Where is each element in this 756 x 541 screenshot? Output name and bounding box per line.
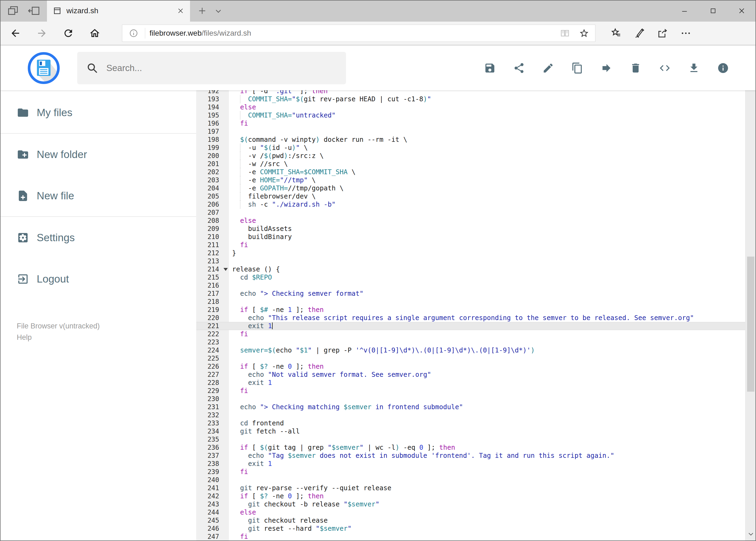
raw-code-button[interactable] [659, 62, 671, 74]
code-line[interactable]: 221 exit 1 [196, 322, 745, 330]
fold-arrow-icon[interactable] [223, 268, 228, 271]
code-line[interactable]: 216 [196, 281, 745, 289]
code-line[interactable]: 218 [196, 297, 745, 306]
code-line[interactable]: 197 [196, 128, 745, 136]
code-line[interactable]: 205 filebrowser/dev \ [196, 192, 745, 201]
refresh-icon[interactable] [55, 22, 82, 45]
delete-button[interactable] [630, 62, 641, 74]
code-line[interactable]: 217 echo "> Checking semver format" [196, 289, 745, 297]
code-line[interactable]: 232 [196, 411, 745, 419]
code-line[interactable]: 227 echo "Not valid semver format. See s… [196, 370, 745, 379]
code-line[interactable]: 208 else [196, 217, 745, 225]
web-note-pen-icon[interactable] [634, 28, 645, 39]
code-line[interactable]: 242 if [ $? -ne 0 ]; then [196, 492, 745, 500]
code-line[interactable]: 246 git reset --hard "$semver" [196, 525, 745, 533]
code-line[interactable]: 243 git checkout -b release "$semver" [196, 500, 745, 508]
tab-close-icon[interactable] [177, 7, 184, 14]
tab-list-chevron-icon[interactable] [214, 6, 223, 15]
code-line[interactable]: 220 echo "This release script requires a… [196, 314, 745, 322]
window-close-button[interactable] [727, 0, 756, 22]
page-scrollbar[interactable] [745, 46, 756, 541]
code-line[interactable]: 206 sh -c "./wizard.sh -b" [196, 201, 745, 209]
code-line[interactable]: 202 -e COMMIT_SHA=$COMMIT_SHA \ [196, 168, 745, 176]
browser-tab[interactable]: wizard.sh [47, 0, 190, 22]
code-line[interactable]: 203 -e HOME="//tmp" \ [196, 176, 745, 184]
code-line[interactable]: 200 -v /$(pwd):/src:z \ [196, 152, 745, 160]
info-button[interactable] [717, 62, 729, 74]
code-line[interactable]: 198 $(command -v winpty) docker run --rm… [196, 136, 745, 144]
rename-button[interactable] [542, 62, 554, 74]
code-line[interactable]: 192 if [ -d ".git" ]; then [196, 90, 745, 95]
set-tabs-aside-icon[interactable] [28, 5, 40, 17]
code-line[interactable]: 193 COMMIT_SHA="$(git rev-parse HEAD | c… [196, 95, 745, 103]
code-line[interactable]: 222 fi [196, 330, 745, 338]
sidebar-item-my-files[interactable]: My files [0, 92, 196, 133]
code-line[interactable]: 240 [196, 476, 745, 484]
code-line[interactable]: 231 echo "> Checking matching $semver in… [196, 403, 745, 411]
code-line[interactable]: 234 git fetch --all [196, 427, 745, 435]
sidebar-item-new-file[interactable]: New file [0, 175, 196, 216]
sidebar-item-new-folder[interactable]: New folder [0, 134, 196, 175]
window-minimize-button[interactable] [670, 0, 699, 22]
more-options-icon[interactable] [680, 28, 691, 39]
code-line[interactable]: 199 -u "$(id -u)" \ [196, 144, 745, 152]
favorites-hub-icon[interactable] [611, 28, 622, 39]
sidebar-item-logout[interactable]: Logout [0, 258, 196, 299]
code-line[interactable]: 211 fi [196, 241, 745, 249]
window-maximize-button[interactable] [699, 0, 727, 22]
code-line[interactable]: 195 COMMIT_SHA="untracked" [196, 111, 745, 119]
save-button[interactable] [484, 62, 496, 74]
reading-view-icon[interactable] [560, 28, 570, 38]
share-button[interactable] [513, 62, 525, 74]
new-tab-icon[interactable] [197, 6, 207, 15]
forward-icon[interactable] [29, 22, 55, 45]
code-line[interactable]: 247 fi [196, 533, 745, 541]
code-line[interactable]: 196 fi [196, 119, 745, 128]
tab-preview-icon[interactable] [7, 5, 19, 17]
code-line[interactable]: 229 fi [196, 387, 745, 395]
home-icon[interactable] [82, 22, 108, 45]
code-line[interactable]: 213 [196, 257, 745, 265]
code-line[interactable]: 212} [196, 249, 745, 257]
copy-button[interactable] [571, 62, 583, 74]
sidebar-item-settings[interactable]: Settings [0, 217, 196, 258]
share-page-icon[interactable] [657, 28, 668, 39]
code-line[interactable]: 224 semver=$(echo "$1" | grep -P '^v(0|[… [196, 346, 745, 354]
search-box[interactable] [77, 52, 346, 84]
code-line[interactable]: 209 buildAssets [196, 225, 745, 233]
move-button[interactable] [601, 62, 613, 74]
code-line[interactable]: 244 else [196, 508, 745, 516]
code-line[interactable]: 225 [196, 354, 745, 362]
code-line[interactable]: 236 if [ $(git tag | grep "$semver" | wc… [196, 443, 745, 452]
code-line[interactable]: 219 if [ $# -ne 1 ]; then [196, 306, 745, 314]
filebrowser-logo[interactable] [27, 51, 61, 85]
code-line[interactable]: 201 -w //src \ [196, 160, 745, 168]
code-line[interactable]: 214release () { [196, 265, 745, 273]
help-link[interactable]: Help [17, 332, 100, 343]
code-line[interactable]: 245 git checkout release [196, 516, 745, 525]
code-line[interactable]: 210 buildBinary [196, 233, 745, 241]
code-line[interactable]: 228 exit 1 [196, 379, 745, 387]
favorite-star-icon[interactable] [579, 28, 589, 38]
search-input[interactable] [106, 63, 337, 74]
scrollbar-thumb[interactable] [747, 257, 754, 392]
address-bar[interactable]: filebrowser.web/files/wizard.sh [122, 25, 596, 42]
code-editor[interactable]: 192 if [ -d ".git" ]; then193 COMMIT_SHA… [196, 90, 745, 541]
scroll-down-icon[interactable] [745, 529, 756, 539]
code-line[interactable]: 204 -e GOPATH=//tmp/gopath \ [196, 184, 745, 192]
code-line[interactable]: 237 echo "Tag $semver does not exist in … [196, 452, 745, 460]
download-button[interactable] [688, 62, 700, 74]
code-line[interactable]: 207 [196, 209, 745, 217]
code-line[interactable]: 215 cd $REPO [196, 273, 745, 281]
code-line[interactable]: 226 if [ $? -ne 0 ]; then [196, 362, 745, 370]
code-line[interactable]: 238 exit 1 [196, 460, 745, 468]
code-line[interactable]: 239 fi [196, 468, 745, 476]
code-line[interactable]: 235 [196, 435, 745, 443]
back-icon[interactable] [2, 22, 29, 45]
code-line[interactable]: 230 [196, 395, 745, 403]
code-line[interactable]: 194 else [196, 103, 745, 111]
code-line[interactable]: 223 [196, 338, 745, 346]
code-line[interactable]: 241 git rev-parse --verify --quiet relea… [196, 484, 745, 492]
site-info-icon[interactable] [122, 29, 145, 38]
code-line[interactable]: 233 cd frontend [196, 419, 745, 427]
